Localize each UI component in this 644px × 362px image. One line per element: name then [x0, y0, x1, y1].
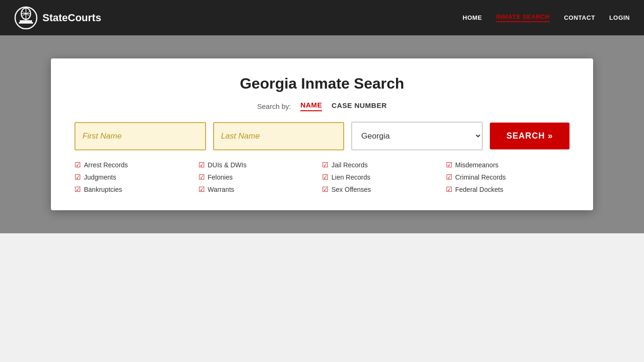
search-by-row: Search by: NAME CASE NUMBER: [74, 101, 570, 111]
search-button[interactable]: SEARCH »: [490, 123, 570, 149]
nav-bar: HOME INMATE SEARCH CONTACT LOGIN: [462, 13, 630, 22]
check-icon-8: ☑: [322, 173, 328, 181]
check-label-duis: DUIs & DWIs: [208, 161, 247, 169]
nav-home[interactable]: HOME: [462, 14, 482, 21]
check-icon-3: ☑: [74, 185, 81, 194]
check-icon-12: ☑: [446, 185, 452, 194]
check-lien-records: ☑ Lien Records: [322, 173, 446, 181]
first-name-input[interactable]: [74, 122, 206, 150]
svg-rect-2: [19, 22, 33, 24]
check-icon-4: ☑: [198, 161, 205, 169]
check-label-warrants: Warrants: [208, 186, 234, 193]
search-card: Georgia Inmate Search Search by: NAME CA…: [51, 58, 593, 210]
nav-contact[interactable]: CONTACT: [564, 14, 595, 21]
check-icon-2: ☑: [74, 173, 81, 181]
check-icon-10: ☑: [446, 161, 452, 169]
check-label-felonies: Felonies: [208, 173, 233, 181]
check-label-jail: Jail Records: [331, 161, 368, 169]
state-select[interactable]: Georgia Alabama Florida Tennessee: [351, 122, 483, 150]
checklist-col-3: ☑ Jail Records ☑ Lien Records ☑ Sex Offe…: [322, 161, 446, 194]
checklist-col-2: ☑ DUIs & DWIs ☑ Felonies ☑ Warrants: [198, 161, 322, 194]
last-name-input[interactable]: [213, 122, 345, 150]
search-card-title: Georgia Inmate Search: [74, 75, 570, 92]
search-by-label: Search by:: [257, 102, 291, 110]
check-icon-7: ☑: [322, 161, 328, 169]
check-sex-offenses: ☑ Sex Offenses: [322, 185, 446, 194]
logo-area: StateCourts: [14, 6, 101, 30]
check-arrest-records: ☑ Arrest Records: [74, 161, 198, 169]
check-icon-9: ☑: [322, 185, 328, 194]
check-label-judgments: Judgments: [84, 173, 116, 181]
check-label-arrest: Arrest Records: [84, 161, 128, 169]
check-bankruptcies: ☑ Bankruptcies: [74, 185, 198, 194]
checklist-grid: ☑ Arrest Records ☑ Judgments ☑ Bankruptc…: [74, 161, 570, 194]
check-label-bankruptcies: Bankruptcies: [84, 186, 122, 193]
check-label-federal: Federal Dockets: [455, 186, 504, 193]
logo-icon: [14, 6, 38, 30]
checklist-col-4: ☑ Misdemeanors ☑ Criminal Records ☑ Fede…: [446, 161, 570, 194]
check-jail-records: ☑ Jail Records: [322, 161, 446, 169]
tab-case-number[interactable]: CASE NUMBER: [331, 101, 387, 111]
nav-inmate-search[interactable]: INMATE SEARCH: [496, 13, 550, 22]
nav-login[interactable]: LOGIN: [609, 14, 630, 21]
check-label-sex: Sex Offenses: [331, 186, 371, 193]
header: StateCourts HOME INMATE SEARCH CONTACT L…: [0, 0, 644, 35]
check-warrants: ☑ Warrants: [198, 185, 322, 194]
checklist-col-1: ☑ Arrest Records ☑ Judgments ☑ Bankruptc…: [74, 161, 198, 194]
check-judgments: ☑ Judgments: [74, 173, 198, 181]
check-criminal-records: ☑ Criminal Records: [446, 173, 570, 181]
svg-rect-1: [20, 20, 32, 22]
check-felonies: ☑ Felonies: [198, 173, 322, 181]
check-label-criminal: Criminal Records: [455, 173, 506, 181]
check-duis: ☑ DUIs & DWIs: [198, 161, 322, 169]
check-icon-6: ☑: [198, 185, 205, 194]
check-icon-11: ☑: [446, 173, 452, 181]
check-icon-5: ☑: [198, 173, 205, 181]
search-inputs-row: Georgia Alabama Florida Tennessee SEARCH…: [74, 122, 570, 150]
hero-section: COURTHOUSE Georgia Inmate Search Search …: [0, 35, 644, 233]
logo-text: StateCourts: [42, 12, 101, 24]
check-icon-1: ☑: [74, 161, 81, 169]
check-misdemeanors: ☑ Misdemeanors: [446, 161, 570, 169]
check-federal-dockets: ☑ Federal Dockets: [446, 185, 570, 194]
check-label-lien: Lien Records: [331, 173, 371, 181]
check-label-misdemeanors: Misdemeanors: [455, 161, 499, 169]
tab-name[interactable]: NAME: [300, 101, 322, 111]
